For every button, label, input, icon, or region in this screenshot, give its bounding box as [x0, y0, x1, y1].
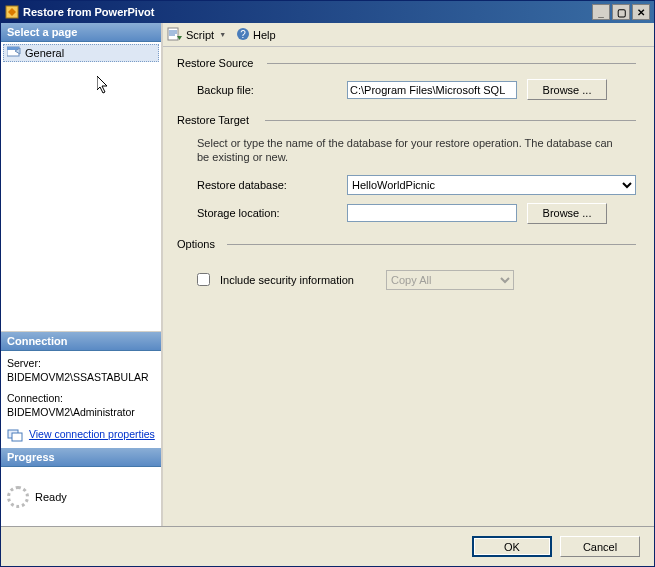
browse-storage-button[interactable]: Browse ...	[527, 203, 607, 224]
main-pane: Script ▼ ? Help Res	[163, 23, 654, 526]
svg-rect-7	[168, 28, 178, 40]
connection-label: Connection:	[7, 392, 155, 406]
app-icon	[5, 5, 19, 19]
include-security-checkbox[interactable]	[197, 273, 210, 286]
svg-rect-6	[12, 433, 22, 441]
maximize-button[interactable]: ▢	[612, 4, 630, 20]
connection-value: BIDEMOVM2\Administrator	[7, 406, 155, 420]
progress-header: Progress	[1, 448, 161, 467]
security-mode-select: Copy All	[386, 270, 514, 290]
cancel-button[interactable]: Cancel	[560, 536, 640, 557]
divider	[227, 244, 636, 245]
script-label: Script	[186, 29, 214, 41]
cursor-icon	[97, 76, 111, 98]
minimize-button[interactable]: _	[592, 4, 610, 20]
window-title: Restore from PowerPivot	[23, 6, 592, 18]
pages-list: General	[1, 42, 161, 332]
progress-panel: Ready	[1, 467, 161, 527]
server-label: Server:	[7, 357, 155, 371]
progress-status: Ready	[35, 491, 67, 503]
form-area: Restore Source Backup file: Browse ... R…	[163, 47, 654, 526]
backup-file-input[interactable]	[347, 81, 517, 99]
progress-spinner-icon	[7, 486, 29, 508]
close-button[interactable]: ✕	[632, 4, 650, 20]
script-icon	[167, 27, 183, 43]
options-group: Options	[177, 238, 215, 250]
ok-button[interactable]: OK	[472, 536, 552, 557]
server-value: BIDEMOVM2\SSASTABULAR	[7, 371, 155, 385]
restore-target-desc: Select or type the name of the database …	[197, 136, 617, 165]
help-button[interactable]: ? Help	[236, 27, 276, 43]
page-item-general[interactable]: General	[3, 44, 159, 62]
restore-source-group: Restore Source	[177, 57, 253, 69]
page-item-label: General	[25, 47, 64, 59]
browse-backup-button[interactable]: Browse ...	[527, 79, 607, 100]
chevron-down-icon: ▼	[219, 31, 226, 38]
window-buttons: _ ▢ ✕	[592, 4, 650, 20]
restore-target-group: Restore Target	[177, 114, 249, 126]
help-icon: ?	[236, 27, 250, 43]
connection-panel: Server: BIDEMOVM2\SSASTABULAR Connection…	[1, 351, 161, 448]
svg-text:?: ?	[240, 29, 246, 40]
dialog-buttons: OK Cancel	[1, 526, 654, 566]
page-item-icon	[7, 46, 21, 60]
pages-header: Select a page	[1, 23, 161, 42]
help-label: Help	[253, 29, 276, 41]
titlebar: Restore from PowerPivot _ ▢ ✕	[1, 1, 654, 23]
storage-label: Storage location:	[197, 207, 337, 219]
sidebar: Select a page General	[1, 23, 163, 526]
restore-dialog: Restore from PowerPivot _ ▢ ✕ Select a p…	[0, 0, 655, 567]
toolbar: Script ▼ ? Help	[163, 23, 654, 47]
restore-db-select[interactable]: HelloWorldPicnic	[347, 175, 636, 195]
storage-location-input[interactable]	[347, 204, 517, 222]
divider	[265, 120, 636, 121]
view-connection-link[interactable]: View connection properties	[29, 428, 155, 440]
restore-db-label: Restore database:	[197, 179, 337, 191]
divider	[267, 63, 636, 64]
connection-header: Connection	[1, 332, 161, 351]
svg-marker-4	[97, 76, 107, 93]
include-security-label: Include security information	[220, 274, 376, 286]
connection-link-icon	[7, 428, 23, 442]
script-button[interactable]: Script ▼	[167, 27, 226, 43]
backup-file-label: Backup file:	[197, 84, 337, 96]
